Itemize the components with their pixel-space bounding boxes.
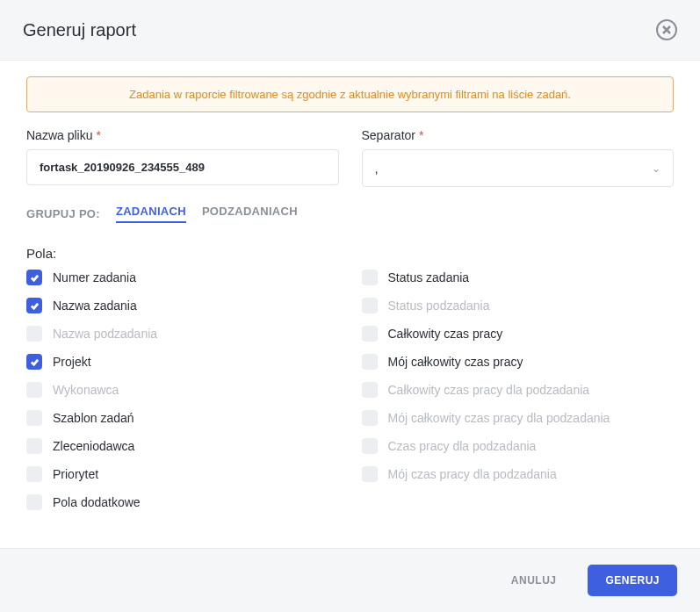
required-mark: * (96, 128, 100, 142)
field-checkbox[interactable] (362, 270, 378, 285)
generate-button[interactable]: Generuj (588, 565, 677, 596)
field-label: Wykonawca (53, 383, 119, 397)
field-row: Całkowity czas pracy dla podzadania (362, 382, 675, 398)
field-label: Czas pracy dla podzadania (388, 439, 537, 453)
filter-alert: Zadania w raporcie filtrowane są zgodnie… (26, 76, 674, 112)
field-checkbox (362, 466, 378, 482)
modal-header: Generuj raport (0, 0, 700, 61)
field-label[interactable]: Projekt (53, 355, 91, 369)
fields-column-left: Numer zadaniaNazwa zadaniaNazwa podzadan… (26, 270, 339, 510)
field-label[interactable]: Pola dodatkowe (53, 495, 141, 509)
separator-group: Separator * , ⌄ (362, 128, 675, 187)
field-checkbox (362, 298, 378, 313)
field-row: Nazwa zadania (26, 298, 339, 313)
field-row: Zleceniodawca (26, 438, 339, 454)
field-checkbox (362, 382, 378, 398)
required-mark: * (419, 128, 423, 142)
field-checkbox[interactable] (26, 466, 42, 482)
field-label: Mój czas pracy dla podzadania (388, 467, 557, 481)
modal-footer: Anuluj Generuj (0, 548, 700, 612)
check-icon (30, 273, 40, 283)
field-label[interactable]: Całkowity czas pracy (388, 327, 503, 341)
field-row: Mój całkowity czas pracy dla podzadania (362, 410, 675, 426)
filename-label-text: Nazwa pliku (26, 128, 92, 142)
separator-label-text: Separator (362, 128, 415, 142)
field-label: Mój całkowity czas pracy dla podzadania (388, 411, 610, 425)
generate-report-modal: Generuj raport Zadania w raporcie filtro… (0, 0, 700, 612)
field-label[interactable]: Status zadania (388, 270, 470, 284)
field-checkbox[interactable] (26, 354, 42, 370)
field-row: Pola dodatkowe (26, 494, 339, 510)
modal-title: Generuj raport (23, 20, 136, 40)
fields-label: Pola: (26, 246, 674, 261)
field-row: Status zadania (362, 270, 675, 285)
chevron-down-icon: ⌄ (652, 162, 660, 175)
field-label: Całkowity czas pracy dla podzadania (388, 383, 590, 397)
field-checkbox (26, 326, 42, 342)
filename-input[interactable] (26, 149, 339, 185)
field-checkbox[interactable] (26, 270, 42, 285)
tab-subtasks[interactable]: Podzadaniach (202, 205, 298, 223)
field-label[interactable]: Priorytet (53, 467, 98, 481)
field-checkbox[interactable] (26, 410, 42, 426)
close-icon (662, 25, 671, 34)
fields-column-right: Status zadaniaStatus podzadaniaCałkowity… (362, 270, 675, 510)
field-row: Status podzadania (362, 298, 675, 313)
field-checkbox[interactable] (26, 438, 42, 454)
field-label: Nazwa podzadania (53, 327, 157, 341)
field-row: Czas pracy dla podzadania (362, 438, 675, 454)
close-button[interactable] (656, 19, 677, 40)
field-label[interactable]: Zleceniodawca (53, 439, 134, 453)
field-label[interactable]: Szablon zadań (53, 411, 134, 425)
field-checkbox[interactable] (362, 326, 378, 342)
filename-group: Nazwa pliku * (26, 128, 339, 187)
field-checkbox (362, 410, 378, 426)
field-checkbox[interactable] (26, 298, 42, 313)
field-label[interactable]: Numer zadania (53, 270, 136, 284)
group-by-label: Grupuj po: (26, 207, 100, 220)
group-by-row: Grupuj po: Zadaniach Podzadaniach (26, 205, 674, 223)
separator-value: , (375, 161, 379, 176)
field-label[interactable]: Nazwa zadania (53, 299, 137, 313)
filename-label: Nazwa pliku * (26, 128, 339, 142)
field-row: Nazwa podzadania (26, 326, 339, 342)
field-checkbox[interactable] (362, 354, 378, 370)
field-row: Mój czas pracy dla podzadania (362, 466, 675, 482)
cancel-button[interactable]: Anuluj (494, 565, 574, 596)
field-row: Numer zadania (26, 270, 339, 285)
field-checkbox (362, 438, 378, 454)
check-icon (30, 301, 40, 311)
field-checkbox[interactable] (26, 494, 42, 510)
separator-label: Separator * (362, 128, 675, 142)
field-row: Całkowity czas pracy (362, 326, 675, 342)
tab-tasks[interactable]: Zadaniach (116, 205, 186, 223)
separator-select[interactable]: , ⌄ (362, 149, 675, 187)
field-row: Mój całkowity czas pracy (362, 354, 675, 370)
field-label[interactable]: Mój całkowity czas pracy (388, 355, 523, 369)
form-row: Nazwa pliku * Separator * , ⌄ (26, 128, 674, 187)
field-row: Szablon zadań (26, 410, 339, 426)
check-icon (30, 357, 40, 367)
field-checkbox (26, 382, 42, 398)
field-row: Wykonawca (26, 382, 339, 398)
field-row: Projekt (26, 354, 339, 370)
fields-grid: Numer zadaniaNazwa zadaniaNazwa podzadan… (26, 270, 674, 510)
field-label: Status podzadania (388, 299, 490, 313)
modal-body: Zadania w raporcie filtrowane są zgodnie… (0, 61, 700, 548)
field-row: Priorytet (26, 466, 339, 482)
